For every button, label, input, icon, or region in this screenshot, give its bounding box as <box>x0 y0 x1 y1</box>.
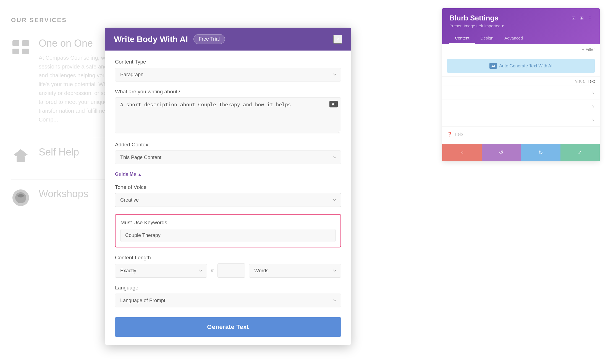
svg-point-8 <box>15 192 26 203</box>
undo-button[interactable]: ↺ <box>482 144 521 161</box>
blurb-settings-panel: Blurb Settings ⊡ ⊞ ⋮ Preset: Image Left … <box>442 8 600 161</box>
ai-badge: AI <box>329 101 338 107</box>
chevron-down-icon-3: ∨ <box>592 117 595 122</box>
added-context-group: Added Context This Page Content Custom N… <box>115 142 341 164</box>
ai-dialog-body: Content Type Paragraph Bullet List Numbe… <box>105 51 351 345</box>
guide-me-arrow-icon: ▲ <box>138 172 142 176</box>
svg-rect-1 <box>22 40 29 46</box>
free-trial-badge: Free Trial <box>193 34 225 44</box>
help-area: ❓ Help <box>442 126 600 142</box>
filter-button[interactable]: + Filter <box>582 47 595 52</box>
content-length-label: Content Length <box>115 255 341 261</box>
one-on-one-icon <box>11 38 30 57</box>
language-label: Language <box>115 285 341 291</box>
added-context-select[interactable]: This Page Content Custom None <box>115 151 341 164</box>
undo-icon: ↺ <box>499 149 504 156</box>
service-workshops-info: Workshops <box>39 188 88 204</box>
auto-generate-label: Auto Generate Text With AI <box>499 64 552 68</box>
service-self-help-info: Self Help <box>39 146 79 162</box>
content-length-unit-select[interactable]: Words Sentences Paragraphs <box>249 264 341 278</box>
visual-mode[interactable]: Visual <box>575 79 585 83</box>
services-section-label: OUR SERVICES <box>11 17 196 24</box>
keywords-section: Must Use Keywords <box>115 214 341 247</box>
chevron-down-icon-2: ∨ <box>592 104 595 108</box>
hash-symbol: # <box>211 268 214 273</box>
content-length-type-select[interactable]: Exactly At Least At Most <box>115 264 207 278</box>
workshops-icon <box>11 188 30 207</box>
blurb-title: Blurb Settings <box>449 14 499 22</box>
text-mode[interactable]: Text <box>588 79 595 83</box>
generate-text-button[interactable]: Generate Text <box>115 317 341 337</box>
action-bar: × ↺ ↻ ✓ <box>442 144 600 161</box>
blurb-header-icons: ⊡ ⊞ ⋮ <box>572 15 593 21</box>
tab-content[interactable]: Content <box>449 33 475 44</box>
svg-rect-5 <box>17 156 25 162</box>
keywords-input[interactable] <box>120 229 336 242</box>
guide-me-area: Guide Me ▲ <box>115 172 341 181</box>
writing-about-group: What are you writing about? A short desc… <box>115 89 341 134</box>
tone-of-voice-group: Tone of Voice Creative Professional Frie… <box>115 184 341 207</box>
tab-design[interactable]: Design <box>475 33 499 44</box>
collapse-row-1[interactable]: ∨ <box>442 86 600 99</box>
ai-icon: AI <box>489 63 497 69</box>
service-self-help-title: Self Help <box>39 146 79 158</box>
more-icon[interactable]: ⋮ <box>588 15 593 21</box>
layout-icon[interactable]: ⊞ <box>580 15 584 21</box>
content-type-select[interactable]: Paragraph Bullet List Numbered List Head… <box>115 68 341 81</box>
help-label: Help <box>455 132 463 136</box>
keywords-label: Must Use Keywords <box>120 220 336 226</box>
content-type-group: Content Type Paragraph Bullet List Numbe… <box>115 59 341 81</box>
blurb-content-area: + Filter AI Auto Generate Text With AI V… <box>442 44 600 142</box>
svg-rect-2 <box>12 49 19 54</box>
filter-row: + Filter <box>442 44 600 55</box>
guide-me-link[interactable]: Guide Me ▲ <box>115 172 141 177</box>
blurb-header-top: Blurb Settings ⊡ ⊞ ⋮ <box>449 14 593 22</box>
writing-about-label: What are you writing about? <box>115 89 341 95</box>
service-workshops-title: Workshops <box>39 188 88 200</box>
content-length-row: Exactly At Least At Most # Words Sentenc… <box>115 263 341 278</box>
svg-rect-0 <box>12 40 19 46</box>
content-type-label: Content Type <box>115 59 341 65</box>
tone-of-voice-label: Tone of Voice <box>115 184 341 190</box>
cancel-button[interactable]: × <box>442 144 482 161</box>
collapse-row-2[interactable]: ∨ <box>442 99 600 113</box>
language-select[interactable]: Language of Prompt English Spanish Frenc… <box>115 294 341 307</box>
ai-dialog-title-area: Write Body With AI Free Trial <box>114 34 225 44</box>
svg-rect-3 <box>22 49 29 54</box>
tab-advanced[interactable]: Advanced <box>499 33 528 44</box>
writing-textarea-wrapper: A short description about Couple Therapy… <box>115 97 341 134</box>
auto-generate-button[interactable]: AI Auto Generate Text With AI <box>447 59 595 73</box>
save-icon: ✓ <box>578 149 582 156</box>
ai-dialog-header: Write Body With AI Free Trial × <box>105 28 351 51</box>
ai-dialog-title: Write Body With AI <box>114 35 188 44</box>
collapse-sections: ∨ ∨ ∨ <box>442 86 600 126</box>
language-group: Language Language of Prompt English Span… <box>115 285 341 307</box>
tone-of-voice-select[interactable]: Creative Professional Friendly Formal Ca… <box>115 193 341 207</box>
blurb-header: Blurb Settings ⊡ ⊞ ⋮ Preset: Image Left … <box>442 8 600 44</box>
guide-me-label: Guide Me <box>115 172 136 177</box>
cancel-icon: × <box>460 149 463 156</box>
collapse-row-3[interactable]: ∨ <box>442 113 600 126</box>
fullscreen-icon[interactable]: ⊡ <box>572 15 576 21</box>
close-button[interactable]: × <box>333 35 342 44</box>
blurb-preset: Preset: Image Left imported ▾ <box>449 23 593 28</box>
writing-about-textarea[interactable]: A short description about Couple Therapy… <box>115 97 341 133</box>
svg-rect-4 <box>15 155 26 156</box>
blurb-tabs: Content Design Advanced <box>449 33 593 44</box>
self-help-icon <box>11 146 30 166</box>
save-button[interactable]: ✓ <box>560 144 600 161</box>
content-length-number-input[interactable] <box>217 263 245 278</box>
redo-button[interactable]: ↻ <box>521 144 560 161</box>
chevron-down-icon-1: ∨ <box>592 90 595 95</box>
added-context-label: Added Context <box>115 142 341 148</box>
editor-toolbar: Visual Text <box>442 77 600 86</box>
content-length-group: Content Length Exactly At Least At Most … <box>115 255 341 278</box>
redo-icon: ↻ <box>538 149 543 156</box>
svg-marker-6 <box>14 149 28 155</box>
help-icon: ❓ <box>447 131 453 137</box>
ai-dialog: Write Body With AI Free Trial × Content … <box>105 28 351 345</box>
